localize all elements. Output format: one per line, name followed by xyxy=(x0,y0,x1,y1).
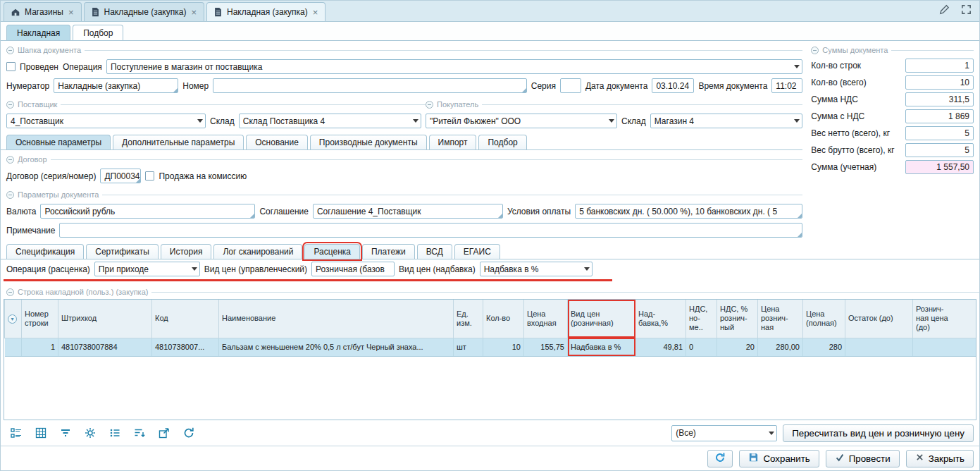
group-title: Суммы документа xyxy=(822,46,888,54)
tab-derived-docs[interactable]: Производные документы xyxy=(310,135,427,149)
post-button[interactable]: Провести xyxy=(826,450,900,467)
tab-import[interactable]: Импорт xyxy=(429,135,477,149)
collapse-icon[interactable] xyxy=(426,101,433,109)
tab-payments[interactable]: Платежи xyxy=(362,244,415,259)
close-icon[interactable]: × xyxy=(68,7,75,18)
tab-certificates[interactable]: Сертификаты xyxy=(86,244,159,259)
filter-all-select[interactable]: (Все) xyxy=(671,425,777,441)
collapse-icon[interactable] xyxy=(6,191,14,199)
series-field[interactable] xyxy=(560,78,581,93)
col-unit[interactable]: Ед. изм. xyxy=(454,300,483,338)
edit-pencil-icon[interactable] xyxy=(938,4,950,18)
maximize-icon[interactable] xyxy=(960,4,972,18)
collapse-icon[interactable] xyxy=(811,47,819,54)
recalc-prices-button[interactable]: Пересчитать вид цен и розничную цену xyxy=(783,424,974,442)
window-tab-invoices[interactable]: Накладные (закупка) × xyxy=(84,2,205,21)
group-line xyxy=(85,50,802,51)
tab-podbor-2[interactable]: Подбор xyxy=(478,135,526,149)
col-retail-before[interactable]: Рознич- ная цена (до) xyxy=(913,300,977,338)
col-qty[interactable]: Кол-во xyxy=(483,300,524,338)
payment-terms-field[interactable]: 5 банковских дн. ( 50.000 %), 10 банковс… xyxy=(575,204,802,219)
close-button[interactable]: Закрыть xyxy=(906,450,974,467)
settings-gear-icon[interactable] xyxy=(83,426,97,440)
supplier-select[interactable]: 4_Поставщик xyxy=(6,114,206,128)
view-list-icon[interactable] xyxy=(9,426,23,440)
table-grid-icon[interactable] xyxy=(34,426,48,440)
collapse-icon[interactable] xyxy=(6,288,14,296)
col-markup[interactable]: Над- бавка,% xyxy=(635,300,686,338)
note-field[interactable] xyxy=(59,223,802,238)
total-value[interactable]: 1 869 xyxy=(905,109,974,123)
total-value[interactable]: 5 xyxy=(905,143,974,157)
tab-vsd[interactable]: ВСД xyxy=(417,244,452,259)
pricing-operation-select[interactable]: При приходе xyxy=(94,262,200,276)
close-icon[interactable]: × xyxy=(312,7,319,18)
tab-egais[interactable]: ЕГАИС xyxy=(454,244,500,259)
tab-specification[interactable]: Спецификация xyxy=(6,244,84,259)
window-tab-shops[interactable]: Магазины × xyxy=(4,2,82,21)
table-row[interactable]: 1 4810738007884 4810738007... Бальзам с … xyxy=(5,338,977,356)
refresh-button[interactable] xyxy=(707,450,733,467)
tab-scan-log[interactable]: Лог сканирований xyxy=(213,244,302,259)
tab-main-params[interactable]: Основные параметры xyxy=(6,135,111,149)
total-value[interactable]: 311,5 xyxy=(905,92,974,106)
collapse-icon[interactable] xyxy=(6,47,14,54)
filter-icon[interactable] xyxy=(58,426,73,440)
contract-label: Договор (серия/номер) xyxy=(6,171,96,181)
col-vat-nominal[interactable]: НДС, но- ме.. xyxy=(686,300,717,338)
chevron-down-icon xyxy=(609,119,614,123)
payment-terms-label: Условия оплаты xyxy=(507,207,571,216)
posted-checkbox[interactable] xyxy=(6,62,15,71)
operation-select[interactable]: Поступление в магазин от поставщика xyxy=(106,59,802,74)
commission-checkbox[interactable] xyxy=(145,171,154,181)
total-value[interactable]: 1 xyxy=(905,59,974,73)
col-barcode[interactable]: Штрихкод xyxy=(58,300,152,338)
window-tab-invoice-current[interactable]: Накладная (закупка) × xyxy=(206,2,325,21)
contract-field[interactable]: ДП00034 xyxy=(100,169,141,183)
markup-price-select[interactable]: Надбавка в % xyxy=(480,262,593,276)
total-value[interactable]: 10 xyxy=(905,75,974,90)
numerator-field[interactable]: Накладные (закупка) xyxy=(54,78,178,93)
tab-pricing[interactable]: Расценка xyxy=(304,244,360,259)
date-field[interactable]: 03.10.24 xyxy=(652,78,694,93)
tab-nakladnaya[interactable]: Накладная xyxy=(6,25,70,40)
col-full-price[interactable]: Цена (полная) xyxy=(803,300,845,338)
time-field[interactable]: 11:02 xyxy=(771,78,802,93)
col-vat-retail[interactable]: НДС, % рознич- ный xyxy=(717,300,758,338)
export-icon[interactable] xyxy=(157,426,171,440)
sort-lines-icon[interactable] xyxy=(132,426,147,440)
group-title: Договор xyxy=(18,155,47,164)
document-icon xyxy=(91,7,100,17)
mgmt-price-field[interactable]: Розничная (базов xyxy=(311,262,395,276)
buyer-warehouse-select[interactable]: Магазин 4 xyxy=(650,114,803,128)
col-stock-before[interactable]: Остаток (до) xyxy=(845,300,913,338)
total-value-accounting[interactable]: 1 557,50 xyxy=(905,160,974,174)
currency-field[interactable]: Российский рубль xyxy=(40,204,255,219)
buyer-select[interactable]: "Ритейл Фьюжен" ООО xyxy=(426,114,617,128)
col-name[interactable]: Наименование xyxy=(219,300,454,338)
cell-retail-price: 280,00 xyxy=(758,338,803,356)
col-retail-price-type[interactable]: Вид цен (розничная) xyxy=(568,300,635,338)
grid-sort-header[interactable]: ▾ xyxy=(5,300,22,338)
reprice-refresh-icon[interactable] xyxy=(182,426,196,440)
col-line-number[interactable]: Номер строки xyxy=(22,300,58,338)
tab-basis[interactable]: Основание xyxy=(246,135,308,149)
total-value[interactable]: 5 xyxy=(905,126,974,140)
number-field[interactable] xyxy=(213,78,527,93)
numbered-list-icon[interactable] xyxy=(108,426,122,440)
cell-vat-nominal: 0 xyxy=(686,338,717,356)
save-button[interactable]: Сохранить xyxy=(739,450,819,467)
window-tab-label: Магазины xyxy=(25,7,63,17)
tab-history[interactable]: История xyxy=(161,244,212,259)
collapse-icon[interactable] xyxy=(6,156,14,164)
tab-podbor[interactable]: Подбор xyxy=(73,25,123,40)
agreement-field[interactable]: Соглашение 4_Поставщик xyxy=(313,204,503,219)
col-code[interactable]: Код xyxy=(152,300,219,338)
supplier-warehouse-select[interactable]: Склад Поставщика 4 xyxy=(239,114,421,128)
tab-extra-params[interactable]: Дополнительные параметры xyxy=(113,135,244,149)
col-input-price[interactable]: Цена входная xyxy=(524,300,568,338)
close-icon[interactable]: × xyxy=(190,7,197,18)
collapse-icon[interactable] xyxy=(6,101,14,109)
refresh-icon xyxy=(714,452,726,465)
col-retail-price[interactable]: Цена рознич- ная xyxy=(758,300,803,338)
